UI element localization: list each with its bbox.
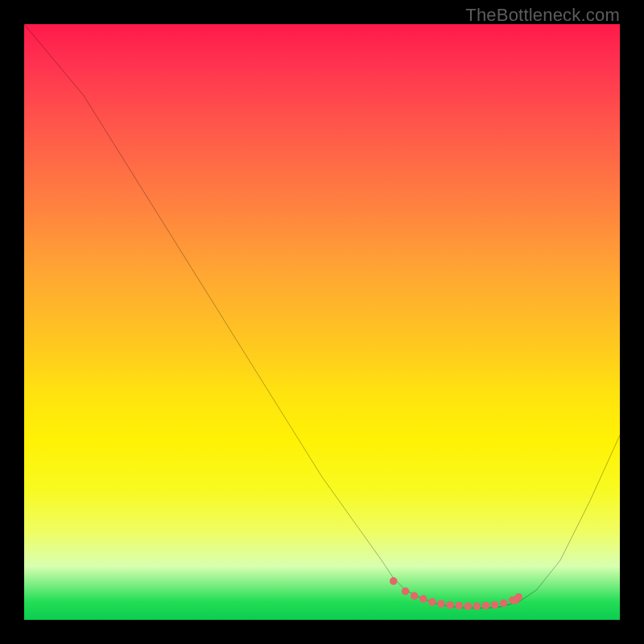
highlight-dot	[473, 602, 481, 610]
highlight-dot	[437, 600, 445, 608]
highlight-dot	[419, 595, 427, 603]
chart-svg	[24, 24, 620, 620]
highlight-dot	[446, 601, 454, 609]
highlight-dot	[500, 599, 508, 607]
plot-area	[24, 24, 620, 620]
highlight-dot	[428, 598, 436, 606]
chart-frame: TheBottleneck.com	[0, 0, 644, 644]
highlight-dot	[390, 577, 398, 585]
highlight-dot	[514, 593, 522, 601]
highlight-dot	[491, 601, 499, 609]
highlight-dot	[482, 601, 490, 609]
highlight-dot	[411, 592, 419, 601]
highlight-dot	[464, 602, 472, 610]
highlight-dot	[455, 601, 463, 609]
highlight-dot	[402, 588, 410, 596]
optimal-range-dots	[390, 577, 522, 610]
watermark-text: TheBottleneck.com	[465, 5, 620, 26]
bottleneck-curve	[24, 24, 620, 608]
